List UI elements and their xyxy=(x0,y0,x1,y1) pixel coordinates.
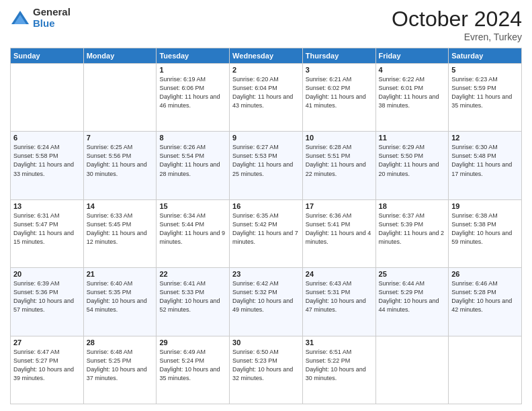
calendar-day-cell: 11Sunrise: 6:29 AM Sunset: 5:50 PM Dayli… xyxy=(375,132,449,199)
day-number: 10 xyxy=(306,134,373,142)
day-number: 6 xyxy=(13,134,81,142)
day-number: 27 xyxy=(13,338,81,347)
day-of-week-header: Thursday xyxy=(302,48,375,64)
logo-icon xyxy=(10,8,30,28)
day-info: Sunrise: 6:39 AM Sunset: 5:36 PM Dayligh… xyxy=(13,279,81,314)
day-info: Sunrise: 6:42 AM Sunset: 5:32 PM Dayligh… xyxy=(232,279,300,314)
day-of-week-header: Saturday xyxy=(449,48,522,64)
day-of-week-header: Friday xyxy=(375,48,449,64)
day-info: Sunrise: 6:24 AM Sunset: 5:58 PM Dayligh… xyxy=(13,143,81,178)
calendar-day-cell: 24Sunrise: 6:43 AM Sunset: 5:31 PM Dayli… xyxy=(302,268,375,336)
day-info: Sunrise: 6:31 AM Sunset: 5:47 PM Dayligh… xyxy=(13,212,81,246)
calendar-day-cell xyxy=(449,336,522,404)
calendar-day-cell: 17Sunrise: 6:36 AM Sunset: 5:41 PM Dayli… xyxy=(302,199,375,267)
calendar-day-cell: 1Sunrise: 6:19 AM Sunset: 6:06 PM Daylig… xyxy=(157,64,230,132)
calendar-day-cell: 26Sunrise: 6:46 AM Sunset: 5:28 PM Dayli… xyxy=(449,268,522,336)
calendar-day-cell: 18Sunrise: 6:37 AM Sunset: 5:39 PM Dayli… xyxy=(375,199,449,267)
day-number: 4 xyxy=(379,66,446,74)
calendar-day-cell: 9Sunrise: 6:27 AM Sunset: 5:53 PM Daylig… xyxy=(230,132,303,199)
calendar-day-cell: 13Sunrise: 6:31 AM Sunset: 5:47 PM Dayli… xyxy=(11,199,84,267)
day-number: 5 xyxy=(451,66,519,74)
day-number: 21 xyxy=(87,270,154,278)
location-subtitle: Evren, Turkey xyxy=(392,32,522,42)
calendar-day-cell: 25Sunrise: 6:44 AM Sunset: 5:29 PM Dayli… xyxy=(375,268,449,336)
day-info: Sunrise: 6:51 AM Sunset: 5:22 PM Dayligh… xyxy=(306,348,373,383)
day-info: Sunrise: 6:22 AM Sunset: 6:01 PM Dayligh… xyxy=(379,75,446,110)
day-number: 9 xyxy=(232,134,300,142)
day-info: Sunrise: 6:37 AM Sunset: 5:39 PM Dayligh… xyxy=(379,212,446,246)
title-section: October 2024 Evren, Turkey xyxy=(392,7,522,42)
calendar-day-cell: 2Sunrise: 6:20 AM Sunset: 6:04 PM Daylig… xyxy=(230,64,303,132)
calendar-header-row: SundayMondayTuesdayWednesdayThursdayFrid… xyxy=(11,48,522,64)
calendar-day-cell: 15Sunrise: 6:34 AM Sunset: 5:44 PM Dayli… xyxy=(157,199,230,267)
day-number: 25 xyxy=(379,270,446,278)
calendar-day-cell: 20Sunrise: 6:39 AM Sunset: 5:36 PM Dayli… xyxy=(11,268,84,336)
day-number: 8 xyxy=(159,134,226,142)
day-number: 29 xyxy=(159,338,226,347)
day-number: 2 xyxy=(232,66,300,74)
day-info: Sunrise: 6:50 AM Sunset: 5:23 PM Dayligh… xyxy=(232,348,300,383)
day-number: 28 xyxy=(87,338,154,347)
day-of-week-header: Monday xyxy=(83,48,157,64)
day-of-week-header: Sunday xyxy=(11,48,84,64)
day-info: Sunrise: 6:25 AM Sunset: 5:56 PM Dayligh… xyxy=(87,143,154,178)
day-info: Sunrise: 6:49 AM Sunset: 5:24 PM Dayligh… xyxy=(159,348,226,383)
day-info: Sunrise: 6:40 AM Sunset: 5:35 PM Dayligh… xyxy=(87,279,154,314)
calendar-week-row: 27Sunrise: 6:47 AM Sunset: 5:27 PM Dayli… xyxy=(11,336,522,404)
calendar-day-cell xyxy=(11,64,84,132)
calendar-day-cell: 31Sunrise: 6:51 AM Sunset: 5:22 PM Dayli… xyxy=(302,336,375,404)
calendar-day-cell: 16Sunrise: 6:35 AM Sunset: 5:42 PM Dayli… xyxy=(230,199,303,267)
calendar-week-row: 1Sunrise: 6:19 AM Sunset: 6:06 PM Daylig… xyxy=(11,64,522,132)
day-info: Sunrise: 6:27 AM Sunset: 5:53 PM Dayligh… xyxy=(232,143,300,178)
month-title: October 2024 xyxy=(392,7,522,32)
logo-general: General xyxy=(33,7,71,18)
day-info: Sunrise: 6:48 AM Sunset: 5:25 PM Dayligh… xyxy=(87,348,154,383)
day-number: 24 xyxy=(306,270,373,278)
day-of-week-header: Tuesday xyxy=(157,48,230,64)
day-info: Sunrise: 6:36 AM Sunset: 5:41 PM Dayligh… xyxy=(306,212,373,246)
day-info: Sunrise: 6:21 AM Sunset: 6:02 PM Dayligh… xyxy=(306,75,373,110)
day-number: 31 xyxy=(306,338,373,347)
day-number: 16 xyxy=(232,202,300,210)
calendar-day-cell: 8Sunrise: 6:26 AM Sunset: 5:54 PM Daylig… xyxy=(157,132,230,199)
day-number: 12 xyxy=(451,134,519,142)
calendar-day-cell xyxy=(375,336,449,404)
calendar-day-cell: 12Sunrise: 6:30 AM Sunset: 5:48 PM Dayli… xyxy=(449,132,522,199)
calendar-day-cell: 6Sunrise: 6:24 AM Sunset: 5:58 PM Daylig… xyxy=(11,132,84,199)
day-number: 7 xyxy=(87,134,154,142)
day-info: Sunrise: 6:28 AM Sunset: 5:51 PM Dayligh… xyxy=(306,143,373,178)
day-number: 1 xyxy=(159,66,226,74)
day-number: 18 xyxy=(379,202,446,210)
day-info: Sunrise: 6:29 AM Sunset: 5:50 PM Dayligh… xyxy=(379,143,446,178)
calendar-day-cell: 5Sunrise: 6:23 AM Sunset: 5:59 PM Daylig… xyxy=(449,64,522,132)
calendar-week-row: 20Sunrise: 6:39 AM Sunset: 5:36 PM Dayli… xyxy=(11,268,522,336)
day-info: Sunrise: 6:44 AM Sunset: 5:29 PM Dayligh… xyxy=(379,279,446,314)
calendar-day-cell: 30Sunrise: 6:50 AM Sunset: 5:23 PM Dayli… xyxy=(230,336,303,404)
day-info: Sunrise: 6:43 AM Sunset: 5:31 PM Dayligh… xyxy=(306,279,373,314)
page: General Blue October 2024 Evren, Turkey … xyxy=(0,0,532,411)
calendar-day-cell: 4Sunrise: 6:22 AM Sunset: 6:01 PM Daylig… xyxy=(375,64,449,132)
logo-text: General Blue xyxy=(33,7,71,29)
header: General Blue October 2024 Evren, Turkey xyxy=(10,7,522,42)
calendar-day-cell: 14Sunrise: 6:33 AM Sunset: 5:45 PM Dayli… xyxy=(83,199,157,267)
calendar-day-cell: 23Sunrise: 6:42 AM Sunset: 5:32 PM Dayli… xyxy=(230,268,303,336)
day-number: 14 xyxy=(87,202,154,210)
day-info: Sunrise: 6:38 AM Sunset: 5:38 PM Dayligh… xyxy=(451,212,519,246)
calendar-day-cell: 3Sunrise: 6:21 AM Sunset: 6:02 PM Daylig… xyxy=(302,64,375,132)
calendar-day-cell: 22Sunrise: 6:41 AM Sunset: 5:33 PM Dayli… xyxy=(157,268,230,336)
calendar-day-cell: 10Sunrise: 6:28 AM Sunset: 5:51 PM Dayli… xyxy=(302,132,375,199)
logo-blue-text: Blue xyxy=(33,18,71,30)
day-number: 15 xyxy=(159,202,226,210)
day-info: Sunrise: 6:35 AM Sunset: 5:42 PM Dayligh… xyxy=(232,212,300,246)
day-number: 20 xyxy=(13,270,81,278)
logo: General Blue xyxy=(10,7,71,29)
calendar-week-row: 6Sunrise: 6:24 AM Sunset: 5:58 PM Daylig… xyxy=(11,132,522,199)
day-info: Sunrise: 6:23 AM Sunset: 5:59 PM Dayligh… xyxy=(451,75,519,110)
calendar-day-cell: 28Sunrise: 6:48 AM Sunset: 5:25 PM Dayli… xyxy=(83,336,157,404)
day-info: Sunrise: 6:26 AM Sunset: 5:54 PM Dayligh… xyxy=(159,143,226,178)
calendar-table: SundayMondayTuesdayWednesdayThursdayFrid… xyxy=(10,48,522,404)
day-number: 30 xyxy=(232,338,300,347)
day-number: 13 xyxy=(13,202,81,210)
day-number: 11 xyxy=(379,134,446,142)
calendar-day-cell: 19Sunrise: 6:38 AM Sunset: 5:38 PM Dayli… xyxy=(449,199,522,267)
